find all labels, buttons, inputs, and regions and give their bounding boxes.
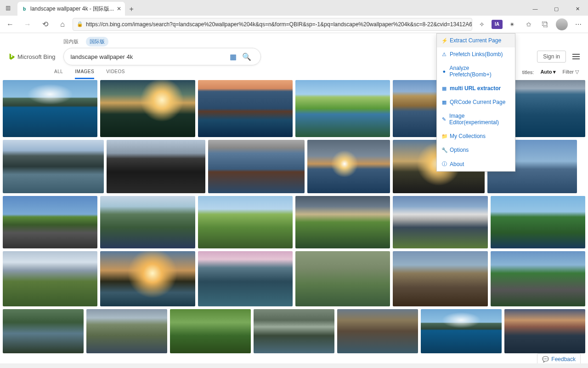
menu-qrcode[interactable]: ▩QRCode Current Page — [437, 95, 515, 109]
image-result[interactable] — [208, 140, 305, 193]
filter-button[interactable]: Filter ▽ — [562, 69, 579, 75]
image-result[interactable] — [504, 309, 585, 353]
image-result[interactable] — [337, 309, 418, 353]
visual-search-icon[interactable]: ▦ — [227, 52, 239, 61]
menu-image-editor[interactable]: ✎Image Editor(experimental) — [437, 109, 515, 129]
titles-label: titles: — [522, 69, 534, 75]
profile-avatar[interactable] — [555, 17, 569, 31]
search-icon[interactable]: 🔍 — [239, 52, 254, 61]
lock-icon: 🔒 — [77, 21, 83, 27]
image-result[interactable] — [3, 80, 97, 137]
region-switch: 国内版 国际版 — [60, 37, 108, 46]
close-window-button[interactable]: ✕ — [567, 2, 588, 16]
forward-button[interactable]: → — [20, 17, 35, 32]
tab-actions-button[interactable]: ▥ — [0, 0, 16, 16]
menu-analyze-prefetch[interactable]: ●Analyze Prefetch(Bomb+) — [437, 61, 515, 81]
image-result[interactable] — [491, 251, 585, 306]
favorites-button[interactable]: ✩ — [522, 17, 536, 31]
extensions-button[interactable]: ✴ — [505, 17, 519, 31]
image-result[interactable] — [393, 251, 487, 306]
search-input[interactable] — [70, 53, 227, 60]
list-icon: ▦ — [441, 86, 447, 92]
maximize-button[interactable]: ▢ — [546, 2, 567, 16]
browser-tab[interactable]: b landscape wallpaper 4k - 国际版... ✕ — [17, 2, 125, 16]
image-result[interactable] — [295, 196, 390, 248]
region-domestic[interactable]: 国内版 — [60, 37, 82, 46]
tracking-prevention-icon[interactable]: ✧ — [475, 17, 489, 31]
image-result[interactable] — [198, 80, 293, 137]
image-result[interactable] — [198, 196, 293, 248]
image-result[interactable] — [307, 140, 390, 193]
qrcode-icon: ▩ — [441, 99, 447, 105]
minimize-button[interactable]: — — [525, 2, 546, 16]
bomb-icon: ● — [441, 69, 447, 74]
url-field[interactable]: 🔒 https://cn.bing.com/images/search?q=la… — [73, 18, 472, 31]
horizontal-scrollbar[interactable] — [0, 363, 588, 368]
window-title-bar: ▥ b landscape wallpaper 4k - 国际版... ✕ + … — [0, 0, 588, 16]
logo-text: Microsoft Bing — [17, 53, 55, 60]
menu-options[interactable]: 🔧Options — [437, 143, 515, 157]
menu-prefetch-links[interactable]: ⚠Prefetch Links(Bomb) — [437, 47, 515, 61]
image-result[interactable] — [295, 251, 390, 306]
image-result[interactable] — [100, 80, 195, 137]
results-toolbar: titles: Auto ▾ Filter ▽ — [522, 69, 579, 75]
image-result[interactable] — [491, 196, 585, 248]
bing-logo-icon — [8, 53, 16, 60]
region-international[interactable]: 国际版 — [86, 37, 108, 46]
menu-about[interactable]: ⓘAbout — [437, 157, 515, 171]
image-result[interactable] — [3, 251, 97, 306]
signin-button[interactable]: Sign in — [537, 51, 566, 63]
browser-menu-button[interactable]: ⋯ — [571, 17, 585, 31]
bolt-icon: ⚡ — [441, 38, 447, 44]
image-result[interactable] — [170, 309, 251, 353]
image-result[interactable] — [393, 196, 487, 248]
image-assistant-extension-button[interactable]: IA — [492, 20, 503, 29]
search-scope-tabs: ALL IMAGES VIDEOS — [54, 69, 125, 79]
image-result[interactable] — [100, 196, 195, 248]
page-content: 国内版 国际版 Microsoft Bing ▦ 🔍 Sign in ALL I… — [0, 33, 588, 368]
image-result[interactable] — [295, 80, 390, 137]
image-result[interactable] — [198, 251, 293, 306]
bing-favicon: b — [21, 6, 28, 12]
image-result[interactable] — [254, 309, 334, 353]
hamburger-menu-button[interactable] — [572, 54, 580, 59]
back-button[interactable]: ← — [3, 17, 17, 32]
refresh-button[interactable]: ⟲ — [38, 17, 52, 32]
bing-logo[interactable]: Microsoft Bing — [8, 53, 55, 60]
image-result[interactable] — [100, 251, 195, 306]
tab-all[interactable]: ALL — [54, 69, 63, 79]
menu-my-collections[interactable]: 📁My Collections — [437, 129, 515, 143]
info-icon: ⓘ — [441, 161, 447, 167]
image-result[interactable] — [3, 309, 84, 353]
address-bar: ← → ⟲ ⌂ 🔒 https://cn.bing.com/images/sea… — [0, 16, 588, 33]
home-button[interactable]: ⌂ — [55, 17, 70, 32]
menu-multi-url-extractor[interactable]: ▦multi URL extractor — [437, 81, 515, 95]
tab-images[interactable]: IMAGES — [75, 69, 94, 79]
url-text: https://cn.bing.com/images/search?q=land… — [86, 21, 472, 28]
image-result[interactable] — [3, 196, 97, 248]
image-assistant-menu: ⚡Extract Current Page ⚠Prefetch Links(Bo… — [436, 33, 515, 172]
image-result[interactable] — [107, 140, 205, 193]
chat-icon: 💬 — [542, 356, 549, 362]
warning-icon: ⚠ — [441, 52, 447, 58]
folder-icon: 📁 — [441, 133, 447, 139]
edit-icon: ✎ — [441, 116, 447, 122]
collections-button[interactable]: ⿻ — [538, 17, 552, 31]
titles-value[interactable]: Auto ▾ — [540, 69, 556, 75]
tab-videos[interactable]: VIDEOS — [106, 69, 125, 79]
menu-extract-current-page[interactable]: ⚡Extract Current Page — [437, 34, 515, 47]
new-tab-button[interactable]: + — [125, 3, 138, 16]
close-tab-icon[interactable]: ✕ — [117, 6, 121, 12]
image-result[interactable] — [421, 309, 502, 353]
wrench-icon: 🔧 — [441, 147, 447, 153]
search-box[interactable]: ▦ 🔍 — [63, 48, 261, 65]
image-result[interactable] — [86, 309, 167, 353]
image-result[interactable] — [3, 140, 104, 193]
tab-title: landscape wallpaper 4k - 国际版... — [30, 5, 114, 13]
